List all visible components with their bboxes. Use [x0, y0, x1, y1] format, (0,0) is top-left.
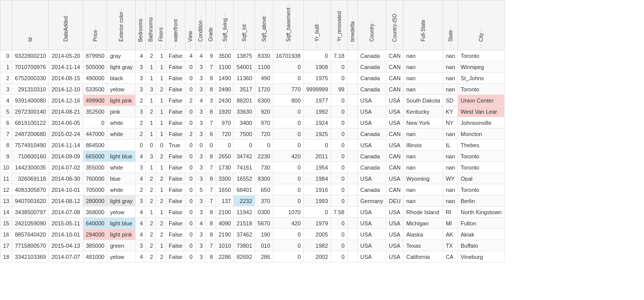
col-header-yrRenovated[interactable]: ⋮Yr_renovated⋮ — [331, 1, 347, 50]
col-header-city[interactable]: ⋮City⋮ — [458, 1, 505, 50]
cell-idx: 16 — [1, 229, 12, 240]
cell-sqftLiving: 1100 — [216, 61, 233, 73]
cell-extColor: yelow — [107, 207, 136, 218]
col-handle-bot-timeDelta: ⋮ — [350, 44, 355, 49]
cell-state: nan — [443, 73, 457, 84]
cell-city: Fulton — [458, 218, 505, 229]
cell-dateAdded: 2014-12-16 — [49, 95, 83, 106]
cell-bedrooms: 2 — [136, 117, 146, 128]
table-row[interactable]: 1688576404202014-10-01294000light pink42… — [1, 229, 505, 240]
col-header-bathrooms[interactable]: ⋮Bathrooms⋮ — [146, 1, 156, 50]
table-row[interactable]: 668191001222014-06-050white211False03797… — [1, 117, 505, 128]
col-header-id[interactable]: ⋮Id⋮ — [12, 1, 49, 50]
col-header-bedrooms[interactable]: ⋮Bedrooms⋮ — [136, 1, 146, 50]
cell-timeDelta — [347, 251, 357, 262]
cell-sqftBasement: 0 — [273, 251, 303, 262]
col-header-grade[interactable]: ⋮Grade⋮ — [205, 1, 216, 50]
cell-price: 490000 — [83, 73, 107, 84]
col-header-country[interactable]: ⋮Country⋮ — [357, 1, 386, 50]
cell-sqftBasement: 0 — [273, 106, 303, 117]
col-header-view[interactable]: ⋮View⋮ — [185, 1, 195, 50]
data-table-container[interactable]: ⋮Id⋮⋮DateAdded⋮⋮Price⋮⋮Exterior color⋮⋮B… — [0, 0, 644, 300]
cell-extColor: blue — [107, 173, 136, 184]
table-row[interactable]: 529723001402014-08-21352500pink321False0… — [1, 106, 505, 117]
col-header-state[interactable]: ⋮State⋮ — [443, 1, 457, 50]
table-row[interactable]: 1777158005702015-04-13385000green321Fals… — [1, 240, 505, 251]
cell-yrBuilt: 1954 — [303, 162, 331, 173]
col-header-extColor[interactable]: ⋮Exterior color⋮ — [107, 1, 136, 50]
cell-bathrooms: 2 — [146, 173, 156, 184]
col-label-sqftLiving: Sqft_living — [222, 18, 228, 42]
cell-condition: 3 — [195, 117, 205, 128]
table-row[interactable]: 97106001602014-09-09665000light blue432F… — [1, 151, 505, 162]
cell-view: 0 — [185, 184, 195, 195]
cell-extColor: white — [107, 128, 136, 140]
table-row[interactable]: 1524210590902015-05-11640000light blue42… — [1, 218, 505, 229]
table-row[interactable]: 875749104902014-11-14864500000True000000… — [1, 140, 505, 151]
table-row[interactable]: 267520003302014-08-15490000black311False… — [1, 73, 505, 84]
table-row[interactable]: 093228002102014-05-20879950gray421False4… — [1, 50, 505, 61]
col-header-floors[interactable]: ⋮Floors⋮ — [156, 1, 166, 50]
cell-fullState: nan — [404, 61, 443, 73]
cell-sqftBasement: 0 — [273, 117, 303, 128]
table-row[interactable]: 113260691182014-06-30760000blue422False0… — [1, 173, 505, 184]
table-row[interactable]: 1434385007972014-07-08368000yelow411Fals… — [1, 207, 505, 218]
cell-city: Vineburg — [458, 251, 505, 262]
cell-fullState: Alaska — [404, 229, 443, 240]
cell-waterfront: False — [166, 128, 186, 140]
cell-waterfront: False — [166, 251, 186, 262]
col-header-idx[interactable] — [1, 1, 12, 50]
table-row[interactable]: 170107009762014-11-14505000light gray311… — [1, 61, 505, 73]
cell-floors: 2 — [156, 218, 166, 229]
cell-country: USA — [357, 229, 386, 240]
col-label-yrBuilt: Yr_built — [314, 24, 320, 42]
col-header-sqftLot[interactable]: ⋮Sqft_lot⋮ — [234, 1, 255, 50]
cell-idx: 13 — [1, 195, 12, 207]
table-row[interactable]: 1014423000352014-07-02355000white311Fals… — [1, 162, 505, 173]
table-row[interactable]: 724872006802015-02-24447000white211False… — [1, 128, 505, 140]
col-header-timeDelta[interactable]: ⋮timedelta⋮ — [347, 1, 357, 50]
cell-condition: 3 — [195, 162, 205, 173]
cell-yrBuilt: 1984 — [303, 173, 331, 184]
cell-countryISO: CAN — [386, 128, 404, 140]
cell-sqftLiving: 2490 — [216, 84, 233, 95]
col-header-fullState[interactable]: ⋮Full-State⋮ — [404, 1, 443, 50]
cell-id: 291310310 — [12, 84, 49, 95]
cell-yrRenovated: 0 — [331, 162, 347, 173]
cell-condition: 4 — [195, 218, 205, 229]
col-header-sqftLiving[interactable]: ⋮Sqft_living⋮ — [216, 1, 233, 50]
cell-condition: 4 — [195, 95, 205, 106]
cell-price: 280000 — [83, 195, 107, 207]
col-header-countryISO[interactable]: ⋮Country-ISO⋮ — [386, 1, 404, 50]
col-header-sqftBasement[interactable]: ⋮Sqft_basement⋮ — [273, 1, 303, 50]
table-row[interactable]: 1394070016202014-08-12280000light gray32… — [1, 195, 505, 207]
table-row[interactable]: 32913103102014-12-10533500yelow332False0… — [1, 84, 505, 95]
cell-fullState: nan — [404, 128, 443, 140]
table-row[interactable]: 1240833058702014-10-01705000white221Fals… — [1, 184, 505, 195]
cell-country: USA — [357, 207, 386, 218]
cell-state: WY — [443, 173, 457, 184]
cell-condition: 3 — [195, 173, 205, 184]
col-header-dateAdded[interactable]: ⋮DateAdded⋮ — [49, 1, 83, 50]
cell-yrBuilt: 1982 — [303, 240, 331, 251]
cell-yrBuilt: 1993 — [303, 195, 331, 207]
cell-grade: 7 — [205, 162, 216, 173]
cell-yrBuilt: 1908 — [303, 61, 331, 73]
cell-price: 385000 — [83, 240, 107, 251]
col-handle-bot-state: ⋮ — [448, 44, 453, 49]
table-row[interactable]: 493914000802014-12-16499900light pink211… — [1, 95, 505, 106]
cell-waterfront: False — [166, 229, 186, 240]
cell-bedrooms: 3 — [136, 61, 146, 73]
col-header-yrBuilt[interactable]: ⋮Yr_built⋮ — [303, 1, 331, 50]
cell-countryISO: USA — [386, 117, 404, 128]
col-handle-bot-price: ⋮ — [93, 44, 98, 49]
cell-yrRenovated: 99 — [331, 84, 347, 95]
table-row[interactable]: 1833421033692014-07-07481000yelow422Fals… — [1, 251, 505, 262]
cell-timeDelta — [347, 162, 357, 173]
cell-extColor: black — [107, 73, 136, 84]
col-header-price[interactable]: ⋮Price⋮ — [83, 1, 107, 50]
col-header-sqftAbove[interactable]: ⋮Sqft_above⋮ — [255, 1, 273, 50]
col-header-condition[interactable]: ⋮Condition⋮ — [195, 1, 205, 50]
cell-price: 665000 — [83, 151, 107, 162]
col-header-waterfront[interactable]: ⋮waterfront⋮ — [166, 1, 186, 50]
